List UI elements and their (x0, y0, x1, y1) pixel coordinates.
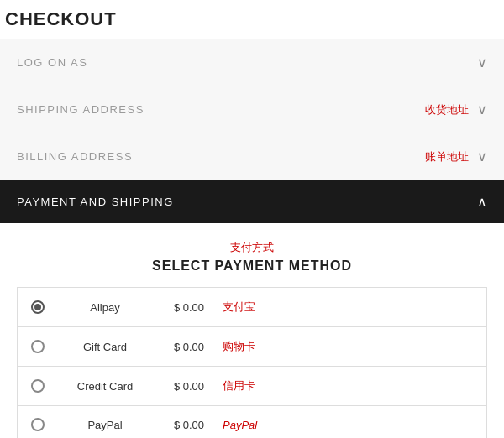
log-on-as-value-area: ∨ (477, 55, 487, 70)
radio-creditcard[interactable] (31, 379, 45, 393)
payment-method-giftcard[interactable]: Gift Card $ 0.00 购物卡 (18, 327, 486, 367)
log-on-as-label: LOG ON AS (17, 56, 87, 69)
checkout-title: CHECKOUT (5, 8, 117, 29)
payment-name-paypal: PayPal (55, 419, 155, 431)
radio-paypal[interactable] (31, 418, 45, 431)
log-on-as-row[interactable]: LOG ON AS ∨ (0, 39, 504, 86)
log-on-as-chevron-icon: ∨ (477, 55, 487, 70)
payment-name-giftcard: Gift Card (55, 341, 155, 353)
shipping-address-value-area: 收货地址 ∨ (425, 102, 487, 117)
page-container: CHECKOUT LOG ON AS ∨ SHIPPING ADDRESS 收货… (0, 0, 504, 438)
payment-shipping-chevron-icon: ∧ (477, 194, 487, 210)
billing-address-row[interactable]: BILLING ADDRESS 账单地址 ∨ (0, 133, 504, 180)
billing-address-inner: BILLING ADDRESS 账单地址 ∨ (17, 149, 487, 164)
payment-name-alipay: Alipay (55, 301, 155, 314)
shipping-address-chevron-icon: ∨ (477, 102, 487, 117)
payment-translation-paypal: PayPal (223, 419, 257, 431)
payment-method-alipay[interactable]: Alipay $ 0.00 支付宝 (18, 288, 486, 327)
payment-amount-paypal: $ 0.00 (155, 419, 223, 431)
billing-address-chevron-icon: ∨ (477, 149, 487, 164)
payment-amount-alipay: $ 0.00 (155, 301, 223, 314)
payment-method-creditcard[interactable]: Credit Card $ 0.00 信用卡 (18, 367, 486, 406)
shipping-address-value: 收货地址 (425, 102, 469, 117)
checkout-header: CHECKOUT (0, 0, 504, 39)
shipping-address-inner: SHIPPING ADDRESS 收货地址 ∨ (17, 102, 487, 117)
payment-name-creditcard: Credit Card (55, 380, 155, 393)
payment-amount-creditcard: $ 0.00 (155, 380, 223, 393)
payment-subtitle: 支付方式 (17, 240, 487, 255)
billing-address-label: BILLING ADDRESS (17, 150, 133, 163)
payment-amount-giftcard: $ 0.00 (155, 341, 223, 353)
payment-title: SELECT PAYMENT METHOD (17, 258, 487, 274)
payment-translation-creditcard: 信用卡 (223, 378, 255, 394)
shipping-address-row[interactable]: SHIPPING ADDRESS 收货地址 ∨ (0, 86, 504, 133)
payment-translation-giftcard: 购物卡 (223, 339, 255, 354)
shipping-address-label: SHIPPING ADDRESS (17, 103, 144, 116)
payment-methods-table: Alipay $ 0.00 支付宝 Gift Card $ 0.00 购物卡 C… (17, 287, 487, 438)
payment-section: 支付方式 SELECT PAYMENT METHOD Alipay $ 0.00… (0, 223, 504, 438)
payment-shipping-row[interactable]: PAYMENT AND SHIPPING ∧ (0, 180, 504, 223)
radio-alipay[interactable] (31, 300, 45, 314)
log-on-as-inner: LOG ON AS ∨ (17, 55, 487, 70)
billing-address-value: 账单地址 (425, 149, 469, 164)
payment-shipping-label: PAYMENT AND SHIPPING (17, 196, 174, 208)
payment-translation-alipay: 支付宝 (223, 300, 255, 315)
radio-giftcard[interactable] (31, 340, 45, 353)
payment-method-paypal[interactable]: PayPal $ 0.00 PayPal (18, 406, 486, 438)
billing-address-value-area: 账单地址 ∨ (425, 149, 487, 164)
